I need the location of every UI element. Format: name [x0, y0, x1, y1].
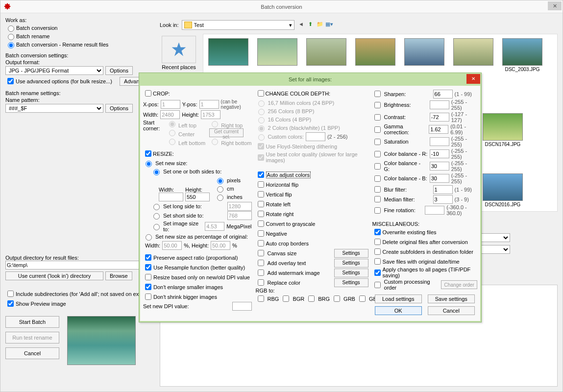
short-side-input[interactable]: [227, 211, 252, 220]
brightness-input[interactable]: [430, 100, 449, 109]
median-input[interactable]: [433, 195, 453, 204]
preserve-aspect-check[interactable]: [145, 254, 151, 261]
pwidth-input[interactable]: [162, 241, 182, 250]
adv-options-check[interactable]: [7, 78, 14, 84]
unit-pixels[interactable]: [217, 178, 223, 184]
close-button[interactable]: ✕: [548, 1, 562, 10]
sharpen-check[interactable]: [374, 91, 381, 97]
ypos-input[interactable]: [199, 100, 219, 109]
balR-check[interactable]: [374, 151, 381, 157]
output-format-select[interactable]: JPG - JPG/JPEG Format: [5, 66, 103, 75]
contrast-input[interactable]: [430, 113, 449, 122]
set-new-size-radio[interactable]: [146, 161, 152, 167]
fineRot-check[interactable]: [374, 207, 381, 214]
dpi-input[interactable]: [232, 302, 252, 311]
thumb-image[interactable]: [483, 113, 523, 141]
overlay-settings-button[interactable]: Settings: [334, 259, 368, 268]
thumb-image[interactable]: [257, 38, 297, 66]
view-menu-icon[interactable]: ▦▾: [325, 21, 333, 29]
unit-inches[interactable]: [217, 195, 223, 201]
rename-options-button[interactable]: Options: [105, 104, 133, 113]
rotleft-check[interactable]: [258, 201, 264, 207]
cancel-button[interactable]: Cancel: [5, 347, 59, 359]
save-date-check[interactable]: [374, 258, 381, 265]
delete-orig-check[interactable]: [374, 239, 381, 245]
resize-check[interactable]: [145, 150, 151, 157]
save-settings-button[interactable]: Save settings: [428, 294, 475, 303]
brg-check[interactable]: [308, 295, 315, 302]
use-resample-check[interactable]: [145, 264, 151, 270]
balG-input[interactable]: [430, 162, 449, 171]
browse-button[interactable]: Browse: [105, 271, 132, 280]
xpos-input[interactable]: [161, 100, 180, 109]
grayscale-check[interactable]: [258, 220, 264, 227]
apply-all-check[interactable]: [374, 270, 381, 276]
rheight-input[interactable]: [185, 193, 210, 201]
pheight-input[interactable]: [211, 241, 230, 250]
median-check[interactable]: [374, 196, 381, 202]
modal-close-button[interactable]: ✕: [466, 74, 480, 84]
bgr-check[interactable]: [283, 295, 289, 302]
saturation-check[interactable]: [374, 139, 381, 145]
load-settings-button[interactable]: Load settings: [375, 294, 422, 303]
balB-check[interactable]: [374, 175, 381, 182]
fineRot-input[interactable]: [425, 206, 444, 215]
autocrop-check[interactable]: [258, 240, 264, 246]
include-subdirs-check[interactable]: [7, 291, 14, 297]
overwrite-check[interactable]: [374, 229, 381, 235]
blur-check[interactable]: [374, 186, 381, 193]
custom-order-check[interactable]: [374, 282, 381, 288]
long-side-input[interactable]: [227, 202, 252, 211]
options-button[interactable]: Options: [105, 66, 133, 75]
brightness-check[interactable]: [374, 102, 381, 108]
start-batch-button[interactable]: Start Batch: [5, 316, 59, 328]
ok-button[interactable]: OK: [375, 306, 422, 315]
grb-check[interactable]: [334, 295, 340, 302]
modal-cancel-button[interactable]: Cancel: [428, 306, 475, 315]
radio-batch-conv-rename[interactable]: [8, 42, 14, 49]
overlay-check[interactable]: [258, 260, 264, 266]
name-pattern-select[interactable]: ###_$F: [5, 104, 103, 113]
sharpen-input[interactable]: [433, 90, 453, 98]
canvas-settings-button[interactable]: Settings: [334, 249, 368, 258]
resize-dpi-check[interactable]: [145, 274, 151, 280]
hflip-check[interactable]: [258, 181, 264, 188]
up-icon[interactable]: ⬆: [307, 21, 315, 29]
use-current-dir-button[interactable]: Use current ('look in') directory: [5, 271, 103, 280]
cheight-input[interactable]: [201, 110, 220, 119]
cwidth-input[interactable]: [160, 110, 180, 119]
run-test-button[interactable]: Run test rename: [5, 332, 59, 343]
auto-adjust-check[interactable]: [258, 172, 264, 178]
contrast-check[interactable]: [374, 114, 381, 121]
balR-input[interactable]: [430, 149, 449, 158]
vflip-check[interactable]: [258, 191, 264, 197]
balG-check[interactable]: [374, 163, 381, 170]
canvas-check[interactable]: [258, 250, 264, 256]
saturation-input[interactable]: [430, 137, 449, 146]
look-in-combo[interactable]: Test ▾: [182, 20, 294, 30]
replace-color-settings-button[interactable]: Settings: [334, 278, 368, 287]
create-sub-check[interactable]: [374, 248, 381, 255]
watermark-settings-button[interactable]: Settings: [334, 269, 368, 277]
show-preview-check[interactable]: [7, 300, 14, 307]
recent-places-icon[interactable]: [162, 36, 196, 63]
thumb-image[interactable]: [404, 38, 444, 66]
back-icon[interactable]: ◄: [297, 21, 305, 29]
unit-cm[interactable]: [217, 186, 223, 193]
set-one-both-radio[interactable]: [153, 169, 160, 175]
balB-input[interactable]: [430, 174, 449, 183]
color-depth-check[interactable]: [258, 90, 264, 97]
extra-select-1[interactable]: [481, 233, 510, 242]
thumb-image[interactable]: [208, 38, 248, 66]
radio-batch-rename[interactable]: [8, 34, 14, 40]
dont-shrink-check[interactable]: [145, 294, 151, 300]
short-side-radio[interactable]: [153, 213, 160, 220]
blur-input[interactable]: [433, 185, 453, 194]
thumb-image[interactable]: [453, 38, 493, 66]
thumb-image[interactable]: [502, 38, 542, 66]
image-size-input[interactable]: [205, 222, 224, 231]
set-percent-radio[interactable]: [146, 234, 152, 241]
rwidth-input[interactable]: [159, 193, 183, 201]
image-size-radio[interactable]: [153, 224, 160, 230]
radio-batch-conversion[interactable]: [8, 25, 14, 32]
